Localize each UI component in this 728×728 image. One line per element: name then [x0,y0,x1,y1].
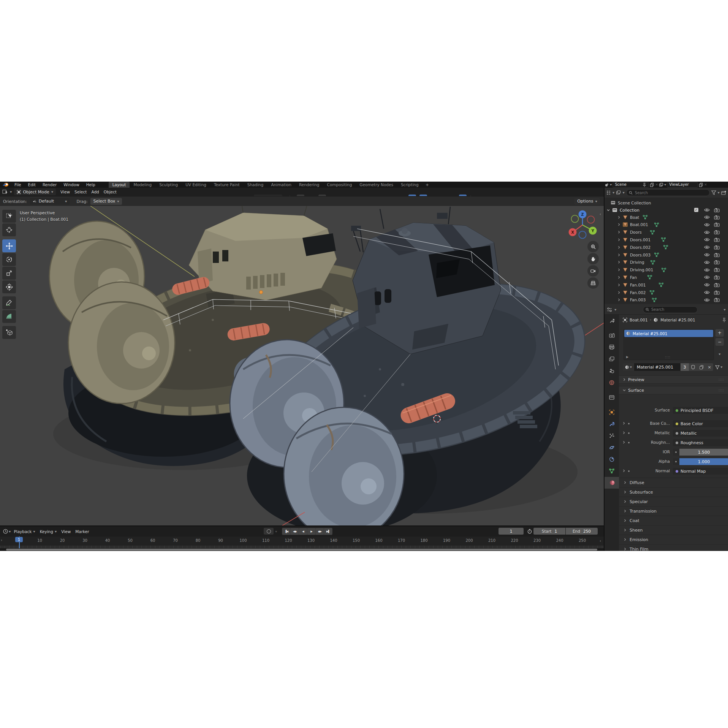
hide-viewport-eye-icon[interactable] [704,208,710,212]
play-reverse-button[interactable]: ◀ [299,528,307,535]
material-slot-list[interactable]: Material #25.001 ▶ :::: [624,329,714,360]
scene-collection-row[interactable]: Scene Collection [605,199,728,206]
outliner-search-input[interactable] [634,190,707,195]
object-name[interactable]: Fan [630,275,637,280]
add-slot-button[interactable]: + [715,329,724,337]
annotate-tool[interactable] [2,296,16,309]
workspace-tab-texture-paint[interactable]: Texture Paint [210,182,244,188]
keying-set-dropdown[interactable]: ▼ [275,530,277,533]
surface-panel-header[interactable]: Surface :::: [619,386,728,394]
pin-icon[interactable] [722,318,726,322]
workspace-tab-sculpting[interactable]: Sculpting [155,182,182,188]
outliner-object-row-selected[interactable]: Boat.001 [605,221,728,228]
tab-material[interactable] [604,477,619,489]
timeline-menu-marker[interactable]: Marker [73,529,91,534]
panel-grip[interactable]: :::: [719,389,724,392]
hide-viewport-eye-icon[interactable] [704,268,710,272]
play-button[interactable]: ▶ [307,528,315,535]
disable-render-camera-icon[interactable] [714,290,720,295]
timeline-ruler[interactable]: 1020304050607080901001101201301401501601… [0,537,604,546]
timeline-menu-keying[interactable]: Keying▼ [38,529,59,534]
viewlayer-name-field[interactable]: ViewLayer [667,182,698,188]
select-box-tool[interactable] [2,210,16,223]
workspace-tab-animation[interactable]: Animation [267,182,295,188]
menu-edit[interactable]: Edit [25,182,39,187]
disable-render-camera-icon[interactable] [714,237,720,242]
outliner-display-mode-icon[interactable] [606,190,611,195]
next-keyframe-button[interactable]: ◆▶ [316,528,324,535]
previous-keyframe-button[interactable]: ◀◆ [291,528,299,535]
editor-divider[interactable] [604,182,605,551]
object-name[interactable]: Boat [630,215,639,220]
roughness-button[interactable]: Roughness [673,439,728,446]
add-cube-tool[interactable] [2,326,16,339]
hide-viewport-eye-icon[interactable] [704,260,710,264]
disable-render-camera-icon[interactable] [714,283,720,287]
list-resize-grip[interactable]: :::: [665,356,671,359]
workspace-tab-shading[interactable]: Shading [244,182,267,188]
alpha-slider[interactable]: 1.000 [673,458,728,465]
new-scene-icon[interactable] [650,183,654,187]
expand-chevron-icon[interactable] [617,268,620,271]
options-dropdown[interactable]: Options ▼ [574,198,600,205]
subpanel-subsurface[interactable]: Subsurface [619,487,728,497]
hide-viewport-eye-icon[interactable] [704,245,710,249]
tab-output[interactable] [605,341,619,353]
viewport-menu-view[interactable]: View [58,190,72,194]
tab-world[interactable] [605,377,619,388]
timeline-editor-icon[interactable] [3,529,8,534]
jump-to-start-button[interactable]: ▐◀ [282,528,290,535]
outliner-object-row[interactable]: Driving.001 [605,266,728,274]
properties-search[interactable] [643,306,698,313]
disable-render-camera-icon[interactable] [714,208,720,212]
viewport-menu-object[interactable]: Object [101,190,119,194]
hide-viewport-eye-icon[interactable] [704,253,710,257]
normal-map-button[interactable]: Normal Map [673,468,728,475]
slot-specials-dropdown[interactable]: ▼ [715,350,724,358]
nodetree-dropdown[interactable]: ▼ [713,363,725,371]
fake-user-shield-button[interactable] [689,363,697,371]
subpanel-coat[interactable]: Coat [619,516,728,525]
outliner-object-row[interactable]: Boat [605,214,728,221]
preview-panel-header[interactable]: Preview :::: [619,375,728,384]
editor-type-icon[interactable] [2,190,8,194]
subpanel-diffuse[interactable]: Diffuse [619,478,728,487]
scene-name-field[interactable]: Scene [612,182,649,188]
orthographic-toggle-button[interactable] [587,277,599,289]
drag-dropdown[interactable]: Select Box ▼ [90,198,122,205]
disable-render-camera-icon[interactable] [714,253,720,257]
hide-viewport-eye-icon[interactable] [704,223,710,227]
disable-render-camera-icon[interactable] [714,245,720,250]
viewport-menu-add[interactable]: Add [89,190,101,194]
object-name[interactable]: Doors.001 [630,237,650,242]
disable-render-camera-icon[interactable] [714,222,720,227]
transform-tool[interactable] [2,280,16,293]
subpanel-thin-film[interactable]: Thin Film [619,544,728,551]
cursor-tool[interactable] [2,223,16,236]
tab-collection[interactable] [605,391,619,403]
collapse-chevron-icon[interactable] [607,209,610,212]
subpanel-emission[interactable]: Emission [619,535,728,544]
rotate-tool[interactable] [2,253,16,266]
properties-editor-icon[interactable] [607,307,612,312]
hide-viewport-eye-icon[interactable] [704,215,710,219]
disable-render-camera-icon[interactable] [714,298,720,302]
tab-constraints[interactable] [605,453,619,465]
object-name[interactable]: Fan.003 [630,298,646,302]
outliner-object-row[interactable]: Fan.002 [605,289,728,296]
slot-expand-icon[interactable]: ▶ [626,355,628,359]
chevron-down-icon[interactable]: ▼ [622,191,624,194]
timeline-scrollbar[interactable] [0,548,604,551]
workspace-tab-layout[interactable]: Layout [109,182,130,188]
object-name[interactable]: Doors.003 [630,253,650,257]
tab-object-data[interactable] [605,465,619,477]
chevron-down-icon[interactable]: ▼ [724,308,726,310]
menu-help[interactable]: Help [83,182,99,187]
expand-chevron-icon[interactable] [617,298,620,301]
menu-file[interactable]: File [11,182,25,187]
menu-render[interactable]: Render [39,182,60,187]
scrollbar-thumb[interactable] [6,549,597,551]
workspace-tab-modeling[interactable]: Modeling [130,182,155,188]
panel-grip[interactable]: :::: [719,378,724,381]
expand-chevron-icon[interactable] [617,253,620,256]
